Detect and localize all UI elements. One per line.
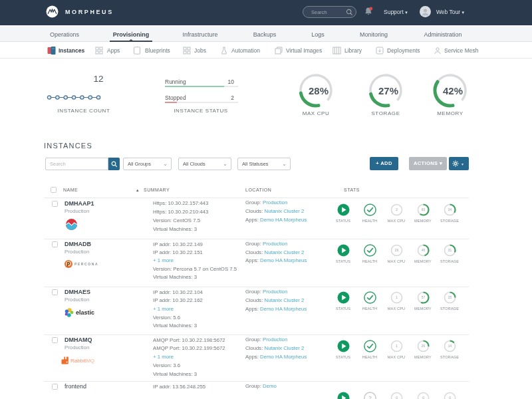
svg-text:26: 26: [421, 344, 425, 348]
svg-text:0: 0: [449, 396, 451, 399]
svg-text:14: 14: [448, 344, 452, 348]
svg-text:29: 29: [394, 249, 398, 252]
svg-text:34: 34: [448, 208, 452, 211]
svg-text:57: 57: [421, 296, 425, 299]
svg-text:1: 1: [396, 344, 398, 348]
svg-text:31: 31: [448, 249, 452, 252]
svg-text:?: ?: [368, 395, 372, 399]
svg-text:0: 0: [396, 396, 398, 399]
svg-text:60: 60: [421, 208, 425, 211]
svg-text:1: 1: [396, 296, 398, 299]
svg-text:2: 2: [396, 208, 398, 211]
svg-text:25: 25: [448, 296, 452, 299]
svg-text:46: 46: [421, 249, 425, 252]
svg-text:0: 0: [422, 396, 424, 399]
